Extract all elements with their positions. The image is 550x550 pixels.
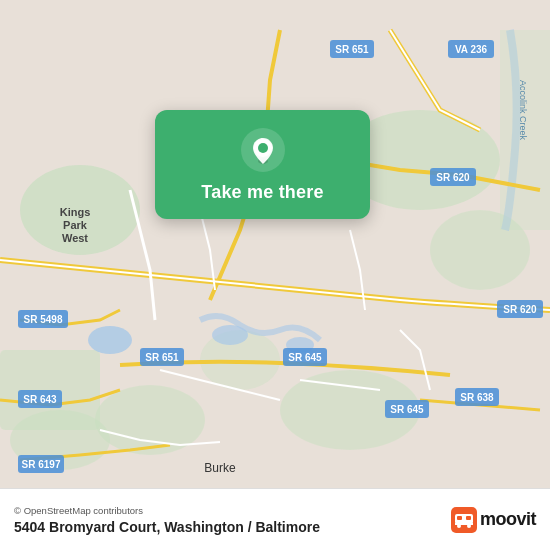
moovit-bus-icon (451, 507, 477, 533)
svg-rect-46 (457, 516, 462, 520)
svg-text:Burke: Burke (204, 461, 236, 475)
map-container: SR 651 VA 236 SR 620 SR 620 SR 651 SR 64… (0, 0, 550, 550)
svg-text:SR 645: SR 645 (288, 352, 322, 363)
svg-text:SR 638: SR 638 (460, 392, 494, 403)
svg-text:Park: Park (63, 219, 88, 231)
moovit-logo: moovit (451, 507, 536, 533)
svg-text:SR 651: SR 651 (335, 44, 369, 55)
svg-text:SR 651: SR 651 (145, 352, 179, 363)
location-pin-icon (241, 128, 285, 172)
osm-attribution: © OpenStreetMap contributors (14, 505, 320, 516)
bottom-bar: © OpenStreetMap contributors 5404 Bromya… (0, 488, 550, 550)
svg-text:West: West (62, 232, 88, 244)
svg-text:SR 620: SR 620 (436, 172, 470, 183)
svg-text:SR 5498: SR 5498 (24, 314, 63, 325)
moovit-wordmark: moovit (480, 509, 536, 530)
svg-text:SR 6197: SR 6197 (22, 459, 61, 470)
take-me-there-label: Take me there (201, 182, 323, 203)
svg-text:SR 645: SR 645 (390, 404, 424, 415)
svg-point-9 (88, 326, 132, 354)
svg-text:SR 620: SR 620 (503, 304, 537, 315)
map-background: SR 651 VA 236 SR 620 SR 620 SR 651 SR 64… (0, 0, 550, 550)
svg-text:VA 236: VA 236 (455, 44, 488, 55)
svg-rect-50 (455, 523, 473, 525)
address-block: © OpenStreetMap contributors 5404 Bromya… (14, 505, 320, 535)
svg-point-43 (258, 143, 268, 153)
svg-rect-47 (466, 516, 471, 520)
svg-text:SR 643: SR 643 (23, 394, 57, 405)
action-card[interactable]: Take me there (155, 110, 370, 219)
svg-text:Kings: Kings (60, 206, 91, 218)
svg-text:Accolink Creek: Accolink Creek (518, 80, 528, 141)
address-label: 5404 Bromyard Court, Washington / Baltim… (14, 519, 320, 535)
